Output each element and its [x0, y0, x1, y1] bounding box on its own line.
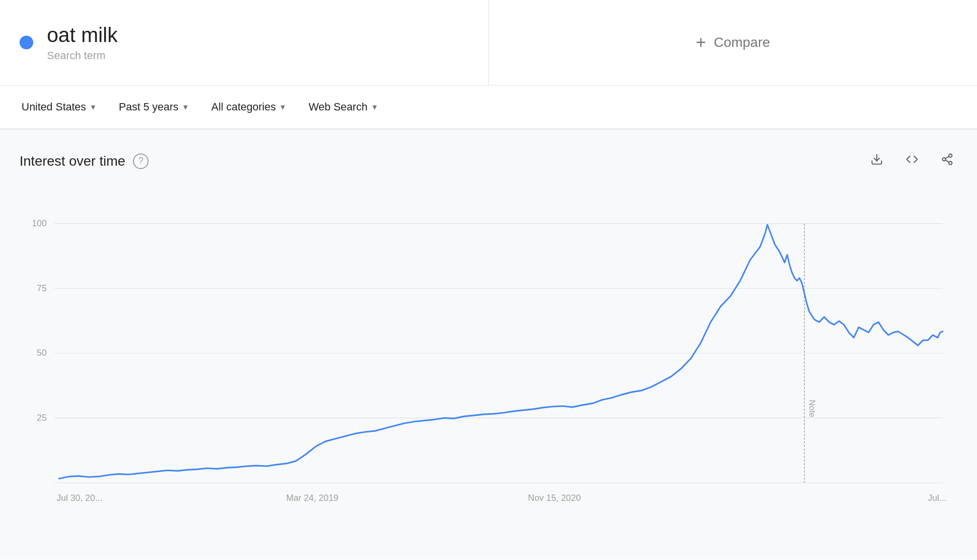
- timeframe-label: Past 5 years: [119, 101, 178, 113]
- timeframe-chevron: ▾: [183, 102, 188, 112]
- svg-text:Jul...: Jul...: [928, 493, 946, 503]
- svg-line-5: [945, 156, 949, 158]
- timeframe-filter[interactable]: Past 5 years ▾: [117, 97, 190, 117]
- chart-section: Interest over time ?: [0, 129, 977, 560]
- svg-text:Note: Note: [807, 400, 817, 417]
- chart-title-group: Interest over time ?: [20, 153, 149, 169]
- chart-header: Interest over time ?: [20, 149, 957, 173]
- region-label: United States: [22, 101, 86, 113]
- search-type-label: Web Search: [308, 101, 368, 113]
- region-chevron: ▾: [91, 102, 95, 112]
- download-icon[interactable]: [867, 149, 887, 173]
- svg-text:25: 25: [37, 412, 46, 423]
- search-term-sublabel: Search term: [47, 49, 118, 62]
- compare-button[interactable]: + Compare: [695, 32, 770, 53]
- help-icon[interactable]: ?: [133, 153, 149, 169]
- search-type-chevron: ▾: [372, 102, 377, 112]
- search-term-title: oat milk: [47, 23, 118, 47]
- svg-text:Nov 15, 2020: Nov 15, 2020: [528, 493, 581, 503]
- search-type-filter[interactable]: Web Search ▾: [306, 97, 379, 117]
- categories-chevron: ▾: [281, 102, 285, 112]
- chart-area: 100 75 50 25 Jul 30, 20... Mar 24, 2019 …: [20, 193, 957, 535]
- filters-bar: United States ▾ Past 5 years ▾ All categ…: [0, 86, 977, 129]
- chart-title: Interest over time: [20, 153, 125, 169]
- svg-text:100: 100: [32, 218, 46, 229]
- term-indicator-dot: [20, 36, 33, 49]
- trend-chart: 100 75 50 25 Jul 30, 20... Mar 24, 2019 …: [20, 193, 957, 535]
- compare-label: Compare: [714, 35, 770, 50]
- chart-actions: [867, 149, 957, 173]
- svg-text:75: 75: [37, 282, 46, 293]
- svg-text:Mar 24, 2019: Mar 24, 2019: [286, 493, 338, 503]
- svg-line-4: [945, 160, 949, 162]
- share-icon[interactable]: [937, 149, 957, 173]
- embed-icon[interactable]: [902, 149, 922, 173]
- term-text: oat milk Search term: [47, 23, 118, 62]
- svg-text:Jul 30, 20...: Jul 30, 20...: [57, 493, 103, 503]
- categories-filter[interactable]: All categories ▾: [209, 97, 287, 117]
- header: oat milk Search term + Compare: [0, 0, 977, 86]
- svg-text:50: 50: [37, 347, 46, 358]
- plus-icon: +: [695, 32, 706, 53]
- compare-section: + Compare: [489, 0, 977, 85]
- categories-label: All categories: [211, 101, 276, 113]
- region-filter[interactable]: United States ▾: [20, 97, 97, 117]
- search-term-section: oat milk Search term: [0, 0, 489, 85]
